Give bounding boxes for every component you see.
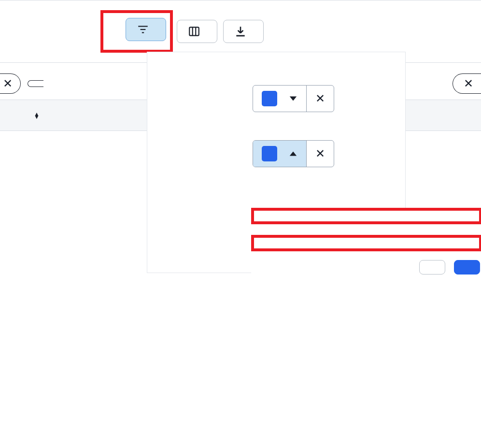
close-icon: ✕	[315, 92, 325, 105]
svg-marker-7	[290, 97, 297, 101]
sort-icon: ▲▼	[34, 113, 40, 118]
svg-marker-8	[290, 152, 297, 156]
col-element-type[interactable]: ▲▼	[29, 113, 150, 118]
filter-chip-responsibility[interactable]	[28, 80, 43, 87]
filter-icon	[137, 23, 149, 36]
chevron-up-icon	[289, 150, 297, 157]
clear-decisions[interactable]: ✕	[306, 86, 334, 112]
highlight-box-filters	[100, 10, 173, 53]
close-icon[interactable]: ✕	[3, 77, 13, 90]
count-badge	[262, 146, 277, 161]
decisions-select[interactable]: ✕	[253, 85, 334, 112]
svg-rect-3	[189, 27, 199, 35]
options-middle	[251, 224, 481, 235]
count-badge	[262, 91, 277, 106]
confirm-button[interactable]	[454, 260, 480, 275]
columns-icon	[188, 25, 200, 38]
filter-row-decisions: ✕	[161, 85, 392, 112]
download-icon	[234, 25, 247, 38]
svg-rect-6	[236, 35, 244, 37]
csv-button[interactable]	[223, 20, 264, 43]
clear-all-chip[interactable]: ✕	[453, 73, 481, 94]
chevron-down-icon	[289, 95, 297, 102]
clear-conformance[interactable]: ✕	[306, 141, 334, 167]
close-icon[interactable]: ✕	[464, 77, 473, 90]
highlight-box-options-top	[251, 208, 481, 224]
custom-views-button[interactable]	[177, 20, 217, 43]
filter-panel-actions	[251, 251, 481, 275]
filter-row-conformance: ✕	[161, 140, 392, 167]
filters-button[interactable]	[126, 18, 166, 41]
highlight-box-options-bottom	[251, 235, 481, 251]
filter-chip-decisions[interactable]: ✕	[0, 73, 21, 94]
conformance-options	[251, 208, 481, 275]
cancel-button[interactable]	[419, 260, 445, 275]
close-icon: ✕	[315, 147, 325, 160]
conformance-select[interactable]: ✕	[253, 140, 334, 167]
